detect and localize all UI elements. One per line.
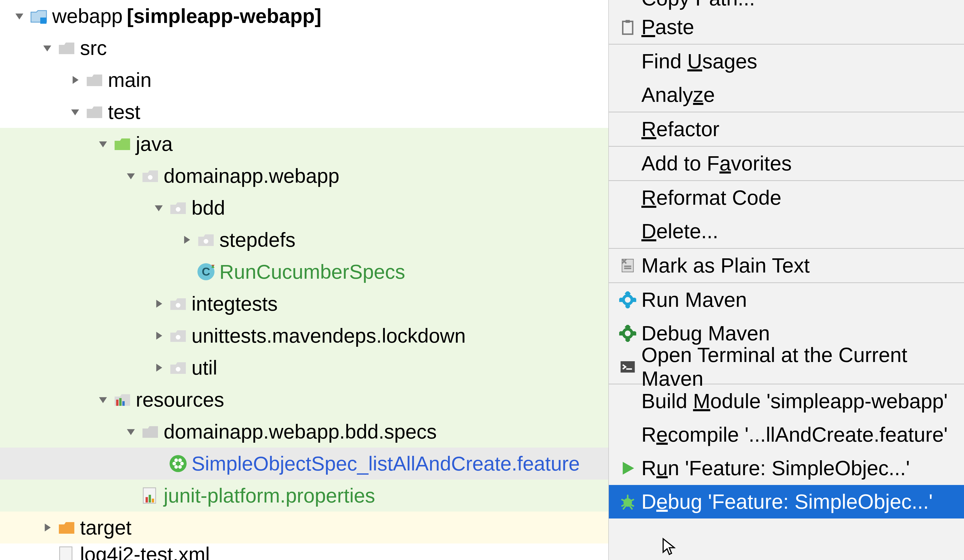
svg-point-8 — [176, 367, 181, 372]
properties-icon — [141, 486, 160, 505]
chevron-down-icon[interactable] — [41, 42, 53, 54]
project-tree[interactable]: webapp [simpleapp-webapp]srcmaintestjava… — [0, 0, 608, 560]
menu-item-label: Recompile '...llAndCreate.feature' — [642, 423, 948, 446]
gear-blue-icon — [614, 291, 642, 308]
menu-item[interactable]: Mark as Plain Text — [609, 249, 964, 282]
menu-item-label: Run Maven — [642, 288, 747, 312]
tree-row[interactable]: util — [0, 352, 608, 384]
svg-rect-10 — [119, 398, 122, 406]
tree-row[interactable]: unittests.mavendeps.lockdown — [0, 320, 608, 352]
menu-item[interactable]: Open Terminal at the Current Maven — [609, 350, 964, 384]
menu-item[interactable]: Reformat Code — [609, 181, 964, 214]
cucumber-icon — [169, 454, 187, 473]
menu-item[interactable]: Delete... — [609, 214, 964, 248]
chevron-right-icon[interactable] — [41, 522, 53, 534]
chevron-right-icon[interactable] — [153, 298, 164, 310]
tree-item-label: RunCucumberSpecs — [219, 260, 405, 284]
tree-item-label: test — [108, 100, 140, 124]
chevron-down-icon[interactable] — [97, 394, 109, 406]
package-icon — [169, 326, 187, 345]
chevron-down-icon[interactable] — [125, 426, 137, 438]
menu-item[interactable]: Paste — [609, 10, 964, 44]
tree-row[interactable]: integtests — [0, 288, 608, 320]
chevron-down-icon[interactable] — [69, 106, 81, 118]
folder-icon — [141, 422, 160, 441]
tree-item-label: src — [80, 36, 107, 60]
tree-row[interactable]: webapp [simpleapp-webapp] — [0, 0, 608, 32]
context-menu[interactable]: Copy Path...PasteFind UsagesAnalyzeRefac… — [608, 0, 964, 560]
package-icon — [169, 359, 187, 377]
menu-item[interactable]: Find Usages — [609, 45, 964, 78]
menu-item-label: Open Terminal at the Current Maven — [642, 343, 964, 391]
tree-row[interactable]: log4j2-test.xml — [0, 544, 608, 560]
menu-item[interactable]: Run Maven — [609, 283, 964, 317]
tree-row[interactable]: stepdefs — [0, 224, 608, 256]
run-icon — [614, 460, 642, 477]
chevron-down-icon[interactable] — [153, 202, 164, 214]
menu-item[interactable]: Recompile '...llAndCreate.feature' — [609, 418, 964, 451]
menu-item[interactable]: Refactor — [609, 112, 964, 146]
svg-point-14 — [178, 465, 182, 469]
svg-point-18 — [178, 458, 182, 462]
tree-item-label: target — [80, 516, 131, 539]
svg-rect-0 — [40, 18, 46, 24]
gear-green-icon — [614, 325, 642, 342]
svg-rect-23 — [60, 547, 72, 560]
tree-row[interactable]: domainapp.webapp.bdd.specs — [0, 416, 608, 448]
menu-item[interactable]: Add to Favorites — [609, 147, 964, 180]
chevron-right-icon[interactable] — [153, 362, 164, 373]
tree-row[interactable]: java — [0, 128, 608, 160]
menu-item[interactable]: Copy Path... — [609, 0, 964, 10]
menu-item[interactable]: Analyze — [609, 78, 964, 112]
tree-row[interactable]: CRunCucumberSpecs — [0, 256, 608, 288]
svg-point-3 — [204, 239, 208, 243]
svg-point-13 — [180, 462, 184, 465]
debug-icon — [614, 493, 642, 510]
tree-row[interactable]: junit-platform.properties — [0, 480, 608, 511]
package-icon — [169, 198, 187, 217]
svg-rect-24 — [623, 21, 633, 34]
menu-item-label: Build Module 'simpleapp-webapp' — [642, 389, 948, 413]
svg-rect-25 — [625, 20, 630, 23]
tree-item-label: java — [136, 132, 173, 156]
chevron-down-icon[interactable] — [125, 170, 137, 182]
menu-item-label: Add to Favorites — [642, 152, 792, 175]
svg-rect-22 — [152, 498, 154, 503]
tree-row[interactable]: SimpleObjectSpec_listAllAndCreate.featur… — [0, 448, 608, 480]
tree-row[interactable]: resources — [0, 384, 608, 416]
tree-item-label: unittests.mavendeps.lockdown — [192, 324, 466, 347]
svg-rect-20 — [146, 497, 148, 503]
svg-rect-27 — [624, 266, 631, 267]
chevron-down-icon[interactable] — [97, 138, 109, 150]
menu-item-label: Run 'Feature: SimpleObjec...' — [642, 456, 910, 480]
chevron-right-icon[interactable] — [69, 74, 81, 86]
menu-item-label: Copy Path... — [642, 0, 755, 10]
tree-item-label: webapp — [52, 4, 122, 28]
folder-icon — [85, 102, 104, 121]
menu-item-label: Find Usages — [642, 50, 757, 73]
chevron-right-icon[interactable] — [153, 330, 164, 342]
tree-item-suffix: [simpleapp-webapp] — [127, 4, 321, 28]
menu-item[interactable]: Run 'Feature: SimpleObjec...' — [609, 451, 964, 485]
tree-row[interactable]: bdd — [0, 192, 608, 224]
tree-row[interactable]: domainapp.webapp — [0, 160, 608, 192]
svg-rect-43 — [633, 332, 636, 336]
svg-point-7 — [176, 335, 181, 339]
svg-rect-48 — [626, 368, 632, 370]
chevron-down-icon[interactable] — [13, 10, 25, 22]
package-icon — [169, 294, 187, 313]
tree-row[interactable]: src — [0, 32, 608, 64]
chevron-right-icon[interactable] — [181, 234, 192, 246]
tree-item-label: junit-platform.properties — [164, 484, 375, 507]
svg-rect-21 — [149, 495, 151, 503]
tree-row[interactable]: main — [0, 64, 608, 96]
menu-item[interactable]: Build Module 'simpleapp-webapp' — [609, 385, 964, 418]
menu-item-label: Delete... — [642, 219, 718, 243]
svg-rect-47 — [621, 361, 635, 373]
menu-item[interactable]: Debug 'Feature: SimpleObjec...' — [609, 485, 964, 518]
svg-rect-9 — [116, 399, 119, 406]
tree-row[interactable]: test — [0, 96, 608, 128]
svg-point-12 — [169, 455, 187, 472]
svg-rect-11 — [122, 401, 125, 406]
tree-row[interactable]: target — [0, 511, 608, 544]
